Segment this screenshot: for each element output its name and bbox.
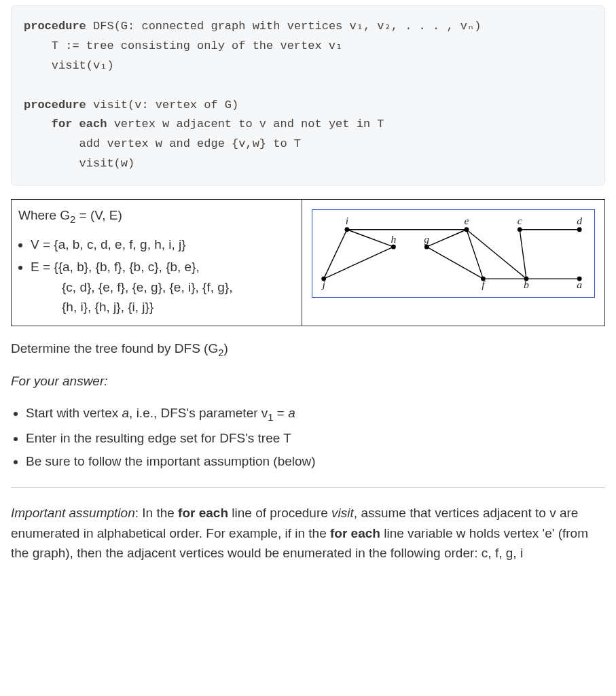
svg-text:a: a [577,279,583,290]
definition-and-graph-table: Where G2 = (V, E) V = {a, b, c, d, e, f,… [11,199,605,326]
svg-point-12 [345,227,350,232]
svg-point-14 [518,227,522,232]
code-line-6-pre [24,118,52,130]
keyword-procedure-1: procedure [24,20,86,33]
keyword-for-each: for each [52,118,107,130]
edge-set-line-2: {c, d}, {e, f}, {e, g}, {e, i}, {f, g}, [62,277,295,297]
svg-text:c: c [518,215,522,226]
svg-text:h: h [391,233,397,245]
separator [11,487,605,488]
pseudocode-block: procedure DFS(G: connected graph with ve… [11,5,605,186]
svg-text:e: e [465,215,469,226]
svg-text:j: j [321,279,325,290]
instruction-list: Start with vertex a, i.e., DFS's paramet… [26,402,605,473]
svg-line-8 [427,247,484,279]
graph-def-heading: Where G2 = (V, E) [18,205,295,228]
svg-point-15 [577,227,582,232]
question-text: Determine the tree found by DFS (G2) [11,338,605,361]
svg-line-2 [520,230,526,279]
instruction-1: Start with vertex a, i.e., DFS's paramet… [26,402,605,426]
svg-text:d: d [577,215,583,226]
svg-line-3 [467,230,526,279]
svg-text:g: g [424,233,430,245]
graph-image-cell: i e c d h g j f b a [302,200,605,326]
code-line-5: visit(v: vertex of G) [86,99,238,111]
answer-header: For your answer: [11,371,605,391]
code-line-3: visit(v₁) [24,59,114,72]
instruction-3: Be sure to follow the important assumpti… [26,451,605,472]
assumption-paragraph: Important assumption: In the for each li… [11,503,605,563]
keyword-procedure-2: procedure [24,99,86,111]
svg-line-10 [324,247,394,279]
vertex-set-line: V = {a, b, c, d, e, f, g, h, i, j} [31,234,295,254]
svg-point-13 [465,227,469,232]
svg-text:i: i [346,215,348,226]
svg-point-17 [424,245,429,249]
svg-line-9 [347,230,393,247]
code-line-8: visit(w) [24,157,134,170]
graph-definition-cell: Where G2 = (V, E) V = {a, b, c, d, e, f,… [12,200,302,326]
code-line-2: T := tree consisting only of the vertex … [24,39,342,52]
edge-set-line-1: E = {{a, b}, {b, f}, {b, c}, {b, e}, {c,… [31,257,295,317]
svg-line-11 [324,230,347,279]
svg-line-6 [427,230,467,247]
code-line-7: add vertex w and edge {v,w} to T [24,137,301,150]
edge-set-line-3: {h, i}, {h, j}, {i, j}} [62,297,295,317]
code-line-1: DFS(G: connected graph with vertices v₁,… [86,20,482,33]
svg-text:b: b [524,279,529,290]
code-line-6: vertex w adjacent to v and not yet in T [107,118,384,130]
svg-text:f: f [482,279,486,290]
graph-diagram: i e c d h g j f b a [312,209,595,298]
svg-point-16 [391,245,396,249]
instruction-2: Enter in the resulting edge set for DFS'… [26,428,605,449]
